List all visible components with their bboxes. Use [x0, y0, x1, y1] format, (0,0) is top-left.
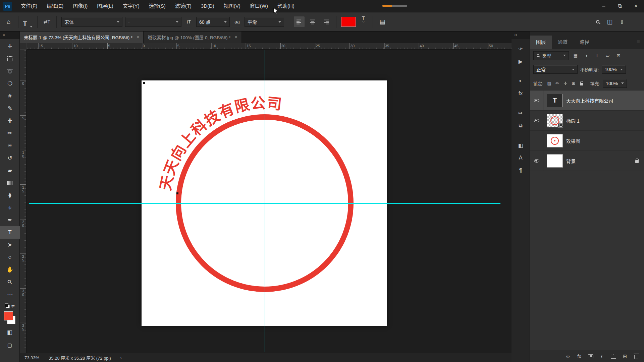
rectangular-marquee-tool[interactable]: [0, 53, 20, 65]
menu-type[interactable]: 文字(Y): [118, 0, 144, 12]
menu-layer[interactable]: 图层(L): [92, 0, 118, 12]
canvas-area[interactable]: 1510505101520253035404550 05101520253035…: [20, 43, 512, 353]
opacity-select[interactable]: 100%: [602, 65, 626, 74]
type-layers-filter-icon[interactable]: T: [593, 52, 601, 60]
lock-artboard-icon[interactable]: ⊞: [570, 80, 577, 87]
adjustment-layer-icon[interactable]: ◐: [599, 353, 605, 360]
adjustment-layers-filter-icon[interactable]: ◑: [582, 52, 591, 60]
ruler-corner[interactable]: [20, 43, 26, 50]
document-tab[interactable]: 未标题-1 @ 73.3% (天天向上科技有限公司, RGB/8#) *×: [20, 32, 144, 43]
layer-thumbnail[interactable]: T: [547, 94, 563, 107]
layer-thumbnail[interactable]: [547, 114, 563, 127]
panel-tab-1[interactable]: 通道: [552, 36, 574, 49]
panel-menu-icon[interactable]: ≡: [637, 39, 644, 46]
menu-file[interactable]: 文件(F): [16, 0, 42, 12]
lock-image-pixels-icon[interactable]: ✏: [554, 80, 561, 87]
brush-settings-panel-icon[interactable]: ✑: [514, 43, 527, 54]
properties-panel-icon[interactable]: ◧: [514, 139, 527, 151]
layer-visibility-toggle[interactable]: [530, 131, 543, 150]
shape-layers-filter-icon[interactable]: ▱: [603, 52, 612, 60]
layer-visibility-toggle[interactable]: [530, 90, 543, 110]
styles-panel-icon[interactable]: fx: [514, 88, 527, 99]
history-brush-tool[interactable]: ↺: [0, 152, 20, 164]
link-layers-icon[interactable]: ∞: [565, 353, 571, 360]
text-orientation-toggle-icon[interactable]: ⇄T: [42, 16, 52, 27]
align-left-button[interactable]: [294, 16, 305, 27]
eraser-tool[interactable]: ▰: [0, 164, 20, 177]
new-group-icon[interactable]: [610, 353, 616, 360]
tab-close-icon[interactable]: ×: [137, 35, 139, 40]
search-icon[interactable]: [593, 16, 602, 27]
align-center-button[interactable]: [307, 16, 318, 27]
panel-tab-2[interactable]: 路径: [574, 36, 595, 49]
minimize-button[interactable]: –: [596, 0, 612, 12]
paragraph-panel-icon[interactable]: ¶: [514, 165, 527, 176]
glyphs-panel-icon[interactable]: A: [514, 152, 527, 164]
horizontal-guide[interactable]: [29, 203, 500, 204]
edit-toolbar-icon[interactable]: ⋯: [0, 288, 20, 301]
layer-row[interactable]: 椭圆 1: [530, 111, 644, 131]
fill-select[interactable]: 100%: [603, 79, 627, 88]
layer-style-icon[interactable]: fx: [576, 353, 582, 360]
type-tool-preset-icon[interactable]: T: [23, 16, 33, 27]
pen-tool[interactable]: ✒: [0, 214, 20, 226]
brush-tool[interactable]: ✏: [0, 127, 20, 139]
font-style-select[interactable]: -: [125, 17, 181, 27]
switch-colors-icon[interactable]: ⇄: [11, 304, 15, 308]
menu-select[interactable]: 选择(S): [144, 0, 170, 12]
hand-tool[interactable]: ✋: [0, 263, 20, 276]
clone-stamp-tool[interactable]: ⍟: [0, 139, 20, 152]
lasso-tool[interactable]: ➰: [0, 65, 20, 77]
panel-tab-0[interactable]: 图层: [530, 36, 552, 49]
home-icon[interactable]: ⌂: [4, 16, 13, 27]
lock-position-icon[interactable]: ✛: [562, 80, 569, 87]
blend-mode-select[interactable]: 正常: [533, 65, 578, 74]
crop-tool[interactable]: #: [0, 90, 20, 102]
quick-mask-button[interactable]: ◧: [0, 327, 20, 337]
spot-healing-brush-tool[interactable]: ✚: [0, 115, 20, 127]
adjustments-panel-icon[interactable]: ◐: [514, 75, 527, 86]
warp-text-icon[interactable]: T⌣: [359, 16, 368, 27]
toggle-panels-icon[interactable]: ▤: [378, 16, 387, 27]
zoom-tool[interactable]: ⚲: [0, 276, 20, 288]
menu-filter[interactable]: 滤镜(T): [170, 0, 196, 12]
photoshop-logo-icon[interactable]: Ps: [3, 2, 12, 11]
eyedropper-tool[interactable]: ✎: [0, 102, 20, 115]
toolbar-collapse-chevron[interactable]: »: [0, 32, 19, 39]
default-colors-icon[interactable]: [5, 303, 10, 308]
menu-window[interactable]: 窗口(W): [245, 0, 273, 12]
font-family-select[interactable]: 宋体: [61, 17, 122, 27]
layer-row[interactable]: 效果图: [530, 131, 644, 151]
add-layer-mask-icon[interactable]: [588, 353, 594, 360]
clone-source-panel-icon[interactable]: ⧉: [514, 120, 527, 131]
dodge-tool[interactable]: ⌽: [0, 201, 20, 214]
menu-image[interactable]: 图像(I): [68, 0, 92, 12]
layer-thumbnail[interactable]: [547, 154, 563, 168]
share-icon[interactable]: ⇧: [617, 16, 627, 27]
layer-visibility-toggle[interactable]: [530, 151, 543, 171]
vertical-guide[interactable]: [265, 50, 265, 352]
brushes-panel-icon[interactable]: ✏: [514, 107, 527, 119]
layer-row[interactable]: 背景: [530, 151, 644, 171]
gradient-tool[interactable]: [0, 177, 20, 189]
text-color-swatch[interactable]: [341, 17, 356, 27]
type-tool[interactable]: T: [0, 226, 20, 239]
smart-object-filter-icon[interactable]: ⊡: [614, 52, 623, 60]
status-chevron[interactable]: ›: [120, 355, 122, 360]
restore-button[interactable]: ⧉: [612, 0, 628, 12]
layer-filter-type-select[interactable]: 类型: [533, 51, 569, 60]
pixel-layers-filter-icon[interactable]: ▦: [571, 52, 580, 60]
menu-view[interactable]: 视图(V): [219, 0, 245, 12]
anti-alias-select[interactable]: 平滑: [245, 17, 284, 27]
quick-selection-tool[interactable]: ❍: [0, 77, 20, 90]
layer-row[interactable]: T天天向上科技有限公司: [530, 90, 644, 111]
ellipse-tool[interactable]: ○: [0, 251, 20, 263]
horizontal-ruler[interactable]: 1510505101520253035404550: [26, 43, 512, 50]
move-tool[interactable]: ✛: [0, 40, 20, 53]
zoom-level[interactable]: 73.33%: [24, 355, 39, 360]
new-layer-icon[interactable]: ⊞: [622, 353, 628, 360]
align-right-button[interactable]: [321, 16, 331, 27]
workspace-icon[interactable]: ◫: [605, 16, 614, 27]
screen-mode-button[interactable]: ▢: [0, 340, 20, 350]
tab-close-icon[interactable]: ×: [234, 35, 237, 40]
